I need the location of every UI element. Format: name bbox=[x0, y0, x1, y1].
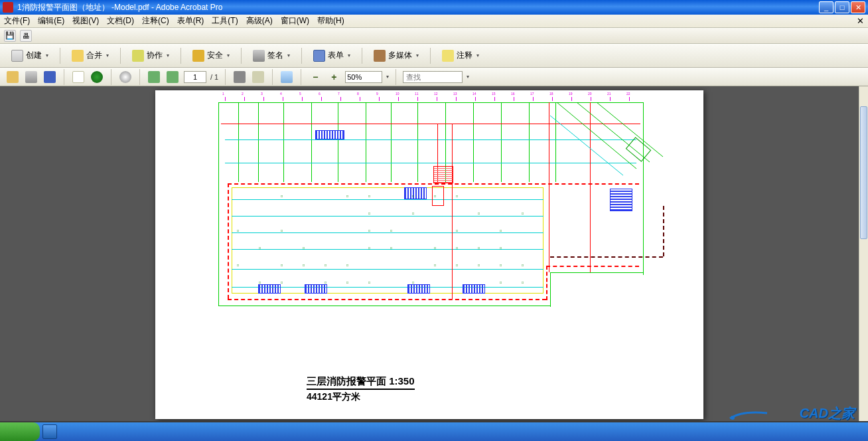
separator bbox=[225, 69, 226, 85]
separator bbox=[120, 48, 121, 64]
app-icon bbox=[3, 2, 13, 13]
task-toolbar: 创建 ▾ 合并 ▾ 协作 ▾ 安全 ▾ 签名 ▾ 表单 ▾ 多媒体 ▾ 注释 ▾ bbox=[0, 44, 868, 68]
chevron-down-icon[interactable]: ▾ bbox=[467, 74, 469, 80]
next-page-button[interactable] bbox=[165, 70, 180, 84]
zoom-in-button[interactable]: + bbox=[326, 70, 341, 84]
close-document-button[interactable]: ✕ bbox=[857, 16, 864, 26]
page-number-input[interactable] bbox=[184, 71, 206, 83]
secure-button[interactable]: 安全 ▾ bbox=[186, 47, 236, 64]
printer-icon bbox=[25, 71, 37, 83]
separator bbox=[139, 69, 140, 85]
lock-icon bbox=[192, 50, 204, 62]
floppy-icon bbox=[44, 71, 56, 83]
form-icon bbox=[313, 50, 325, 62]
separator bbox=[301, 69, 301, 85]
drawing-title: 三层消防报警平面 1:350 bbox=[307, 375, 415, 390]
menu-comments[interactable]: 注释(C) bbox=[138, 14, 173, 28]
chevron-down-icon[interactable]: ▾ bbox=[386, 74, 389, 80]
organizer-button[interactable]: 💾 bbox=[4, 30, 16, 42]
merge-button[interactable]: 合并 ▾ bbox=[66, 47, 115, 64]
document-viewport[interactable]: 12345678910111213141516171819202122□□□□□… bbox=[0, 86, 859, 421]
comment-icon bbox=[442, 50, 454, 62]
svg-line-0 bbox=[557, 102, 636, 169]
save-disk-icon: 💾 bbox=[5, 31, 15, 40]
menu-tools[interactable]: 工具(T) bbox=[208, 14, 242, 28]
email-button[interactable] bbox=[71, 70, 86, 84]
arrow-up-icon bbox=[148, 71, 160, 83]
secure-label: 安全 bbox=[207, 50, 223, 61]
arrow-down-icon bbox=[167, 71, 179, 83]
floor-plan-drawing: 12345678910111213141516171819202122□□□□□… bbox=[218, 100, 683, 312]
merge-icon bbox=[72, 50, 84, 62]
marquee-zoom-icon bbox=[281, 71, 293, 83]
collaborate-button[interactable]: 协作 ▾ bbox=[126, 47, 175, 64]
multimedia-button[interactable]: 多媒体 ▾ bbox=[368, 47, 425, 64]
menu-advanced[interactable]: 高级(A) bbox=[242, 14, 277, 28]
select-tool-button[interactable] bbox=[232, 70, 247, 84]
save-button[interactable] bbox=[42, 70, 57, 84]
svg-line-3 bbox=[550, 116, 623, 175]
chevron-down-icon: ▾ bbox=[46, 52, 48, 58]
separator bbox=[430, 48, 431, 64]
plus-icon: + bbox=[328, 71, 340, 83]
page-total-label: / 1 bbox=[210, 73, 218, 81]
separator bbox=[241, 48, 242, 64]
window-title: 1消防报警平面图（地址） -Model.pdf - Adobe Acrobat … bbox=[17, 2, 819, 13]
separator bbox=[64, 69, 64, 85]
separator bbox=[181, 48, 181, 64]
create-pdf-icon bbox=[11, 50, 23, 62]
close-button[interactable]: ✕ bbox=[851, 1, 865, 13]
vertical-scrollbar[interactable] bbox=[859, 86, 868, 421]
separator bbox=[60, 48, 60, 64]
sign-button[interactable]: 签名 ▾ bbox=[247, 47, 296, 64]
drawing-area-label: 44121平方米 bbox=[307, 391, 360, 403]
marquee-zoom-button[interactable] bbox=[279, 70, 294, 84]
svg-rect-4 bbox=[626, 137, 650, 161]
separator bbox=[111, 69, 111, 85]
hand-tool-button[interactable] bbox=[251, 70, 265, 84]
menu-edit[interactable]: 编辑(E) bbox=[34, 14, 68, 28]
minus-icon: − bbox=[309, 71, 321, 83]
menu-view[interactable]: 视图(V) bbox=[68, 14, 103, 28]
search-tool-button[interactable] bbox=[118, 70, 133, 84]
comment-button[interactable]: 注释 ▾ bbox=[436, 47, 485, 64]
print-setup-button[interactable]: 🖶 bbox=[20, 30, 32, 42]
create-button[interactable]: 创建 ▾ bbox=[5, 47, 54, 64]
multimedia-icon bbox=[374, 50, 386, 62]
taskbar-item[interactable] bbox=[42, 424, 57, 439]
maximize-button[interactable]: □ bbox=[835, 1, 849, 13]
globe-icon bbox=[91, 71, 103, 83]
separator bbox=[396, 69, 396, 85]
chevron-down-icon: ▾ bbox=[416, 52, 419, 58]
web-button[interactable] bbox=[90, 70, 104, 84]
folder-open-icon bbox=[7, 71, 19, 83]
zoom-out-button[interactable]: − bbox=[308, 70, 323, 84]
menu-window[interactable]: 窗口(W) bbox=[277, 14, 313, 28]
menu-file[interactable]: 文件(F) bbox=[0, 14, 34, 28]
envelope-icon bbox=[72, 71, 84, 83]
windows-taskbar bbox=[0, 422, 868, 441]
minimize-button[interactable]: _ bbox=[819, 1, 833, 13]
zoom-level-select[interactable] bbox=[345, 71, 382, 83]
chevron-down-icon: ▾ bbox=[476, 52, 479, 58]
forms-button[interactable]: 表单 ▾ bbox=[307, 47, 356, 64]
pen-icon bbox=[253, 50, 265, 62]
chevron-down-icon: ▾ bbox=[227, 52, 230, 58]
print-button[interactable] bbox=[24, 70, 38, 84]
open-button[interactable] bbox=[5, 70, 20, 84]
find-input[interactable] bbox=[403, 71, 463, 83]
pdf-page: 12345678910111213141516171819202122□□□□□… bbox=[155, 90, 703, 419]
magnifier-icon bbox=[119, 71, 131, 83]
prev-page-button[interactable] bbox=[147, 70, 161, 84]
forms-label: 表单 bbox=[328, 50, 344, 61]
menu-help[interactable]: 帮助(H) bbox=[313, 14, 348, 28]
title-bar: 1消防报警平面图（地址） -Model.pdf - Adobe Acrobat … bbox=[0, 0, 868, 15]
svg-line-2 bbox=[597, 102, 663, 157]
menu-forms[interactable]: 表单(R) bbox=[173, 14, 208, 28]
scrollbar-thumb[interactable] bbox=[860, 106, 867, 239]
start-button[interactable] bbox=[0, 422, 40, 441]
menu-document[interactable]: 文档(D) bbox=[103, 14, 138, 28]
separator bbox=[301, 48, 302, 64]
collaborate-label: 协作 bbox=[147, 50, 163, 61]
hand-icon bbox=[252, 71, 264, 83]
